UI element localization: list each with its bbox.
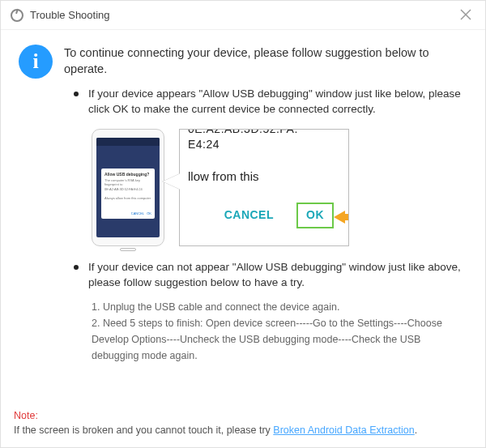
note-text: If the screen is broken and you cannot t…	[14, 425, 273, 436]
close-icon	[459, 8, 472, 21]
note-label: Note:	[14, 410, 38, 421]
popup-line: 0E:A2:AB:3D:52:FA:E4:24	[104, 188, 151, 192]
popup-buttons: CANCEL OK	[131, 211, 151, 216]
zoom-ok-highlight: OK	[296, 203, 334, 228]
illustration: Allow USB debugging? The computer's RSA …	[92, 129, 359, 246]
note-text-after: .	[415, 425, 417, 436]
titlebar: Trouble Shooting	[1, 1, 485, 30]
phone-popup: Allow USB debugging? The computer's RSA …	[101, 169, 155, 219]
allow-from-text: llow from this	[179, 168, 349, 185]
zoom-buttons: CANCEL OK	[179, 185, 349, 228]
bullet-2-text: If your device can not appear "Allow USB…	[88, 259, 467, 291]
step-2: 2. Need 5 steps to finish: Open device s…	[92, 315, 467, 364]
broken-android-link[interactable]: Broken Android Data Extraction	[273, 425, 414, 436]
popup-ok: OK	[147, 211, 151, 215]
bullet-2: If your device can not appear "Allow USB…	[64, 259, 467, 291]
app-icon	[11, 9, 23, 22]
popup-line: The computer's RSA key fingerprint is:	[104, 179, 151, 187]
close-button[interactable]	[456, 7, 475, 23]
zoom-cancel-label: CANCEL	[224, 207, 274, 224]
main-text: To continue connecting your device, plea…	[64, 45, 467, 364]
zoom-panel: 0E:A2:AB:3D:52:FA: E4:24 llow from this …	[179, 129, 349, 246]
bullet-dot	[74, 92, 79, 96]
fingerprint-line: 0E:A2:AB:3D:52:FA:	[179, 129, 349, 138]
svg-marker-2	[334, 211, 349, 224]
phone-mockup: Allow USB debugging? The computer's RSA …	[92, 129, 164, 246]
window-title: Trouble Shooting	[30, 9, 456, 21]
arrow-icon	[334, 211, 349, 224]
popup-cancel: CANCEL	[131, 211, 144, 215]
content-area: i To continue connecting your device, pl…	[1, 30, 485, 372]
fingerprint-line: E4:24	[179, 137, 349, 153]
bullet-dot	[74, 265, 79, 270]
home-button-icon	[120, 248, 136, 251]
popup-title: Allow USB debugging?	[104, 172, 151, 177]
steps-block: 1. Unplug the USB cable and connect the …	[64, 299, 467, 364]
bullet-1-text: If your device appears "Allow USB debugg…	[88, 86, 467, 117]
step-1: 1. Unplug the USB cable and connect the …	[92, 299, 467, 315]
phone-screen: Allow USB debugging? The computer's RSA …	[96, 138, 160, 237]
note-block: Note: If the screen is broken and you ca…	[14, 409, 472, 437]
heading-text: To continue connecting your device, plea…	[64, 45, 467, 78]
zoom-ok-label: OK	[306, 208, 324, 221]
callout-pointer	[163, 173, 181, 190]
popup-check: Always allow from this computer	[104, 197, 151, 201]
info-icon: i	[19, 45, 53, 79]
bullet-1: If your device appears "Allow USB debugg…	[64, 86, 467, 117]
